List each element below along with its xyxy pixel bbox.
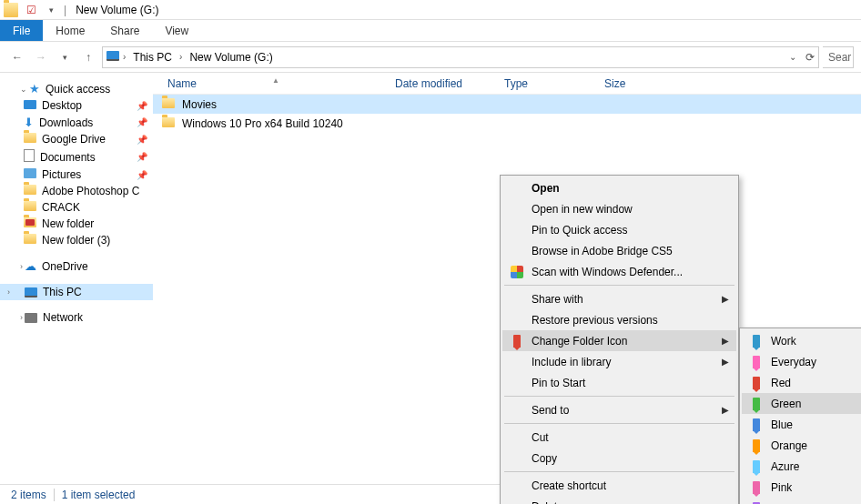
file-list-pane: Name▲ Date modified Type Size MoviesWind…	[153, 73, 861, 484]
menu-browse-bridge[interactable]: Browse in Adobe Bridge CS5	[502, 240, 736, 261]
menu-send-to[interactable]: Send to▶	[502, 399, 736, 420]
folder-icon	[162, 117, 175, 130]
up-button[interactable]: ↑	[78, 47, 98, 67]
submenu-pink[interactable]: Pink	[742, 477, 861, 498]
sidebar-this-pc[interactable]: › This PC	[0, 284, 153, 300]
submenu-violet[interactable]: Violet	[742, 498, 861, 504]
crumb-volume[interactable]: New Volume (G:)	[186, 51, 276, 64]
sidebar-item-label: Downloads	[39, 116, 93, 129]
menu-restore-versions[interactable]: Restore previous versions	[502, 309, 736, 330]
sidebar-item[interactable]: New folder	[0, 216, 153, 232]
sidebar-item[interactable]: Documents📌	[0, 147, 153, 166]
sidebar-onedrive[interactable]: › ☁ OneDrive	[0, 257, 153, 275]
menu-pin-quick-access[interactable]: Pin to Quick access	[502, 219, 736, 240]
forward-button[interactable]: →	[31, 47, 51, 67]
caret-icon[interactable]: ⌄	[20, 85, 27, 94]
context-menu: Open Open in new window Pin to Quick acc…	[500, 175, 739, 504]
recent-dropdown[interactable]: ▾	[55, 47, 75, 67]
sidebar-label: Network	[43, 311, 83, 324]
sidebar-item-label: Documents	[40, 151, 96, 164]
chevron-right-icon[interactable]: ›	[7, 287, 10, 297]
title-bar: ☑ ▾ | New Volume (G:)	[0, 0, 861, 20]
file-row[interactable]: Movies	[153, 95, 861, 114]
folder-red-icon	[24, 217, 36, 230]
menu-scan-defender[interactable]: Scan with Windows Defender...	[502, 261, 736, 282]
properties-icon[interactable]: ☑	[24, 3, 38, 17]
folder-icon	[162, 98, 175, 111]
sidebar-quick-access[interactable]: ⌄ ★ Quick access	[0, 80, 153, 97]
chevron-down-icon[interactable]: ▾	[44, 3, 58, 17]
submenu-everyday[interactable]: Everyday▶	[742, 351, 861, 372]
sidebar-item[interactable]: Pictures📌	[0, 166, 153, 183]
window-title: New Volume (G:)	[76, 4, 158, 16]
bookmark-icon	[749, 377, 764, 389]
menu-delete[interactable]: Delete	[502, 496, 736, 504]
menu-open[interactable]: Open	[502, 177, 736, 198]
chevron-right-icon[interactable]: ›	[20, 262, 23, 271]
menu-pin-start[interactable]: Pin to Start	[502, 372, 736, 393]
tab-view[interactable]: View	[152, 20, 201, 41]
menu-share-with[interactable]: Share with▶	[502, 288, 736, 309]
sidebar-network[interactable]: › Network	[0, 309, 153, 326]
menu-create-shortcut[interactable]: Create shortcut	[502, 475, 736, 496]
back-button[interactable]: ←	[7, 47, 27, 67]
column-size[interactable]: Size	[599, 77, 663, 90]
crumb-this-pc[interactable]: This PC	[129, 51, 176, 64]
ribbon-tabs: File Home Share View	[0, 20, 861, 42]
folder-icon	[24, 234, 36, 247]
menu-open-new-window[interactable]: Open in new window	[502, 198, 736, 219]
submenu-azure[interactable]: Azure	[742, 456, 861, 477]
context-submenu-colors: Work▶ Everyday▶ Red Green Blue Orange Az…	[739, 328, 861, 504]
sidebar-item-label: CRACK	[42, 201, 80, 214]
menu-cut[interactable]: Cut	[502, 427, 736, 448]
quick-access-toolbar: ☑ ▾	[4, 3, 58, 17]
column-date[interactable]: Date modified	[390, 77, 499, 90]
refresh-button[interactable]: ⟳	[805, 51, 815, 64]
menu-include-library[interactable]: Include in library▶	[502, 351, 736, 372]
chevron-right-icon[interactable]: ›	[179, 52, 182, 62]
submenu-green[interactable]: Green	[742, 393, 861, 414]
file-name: Movies	[182, 98, 217, 111]
sidebar-item[interactable]: Google Drive📌	[0, 131, 153, 147]
sidebar-item[interactable]: CRACK	[0, 199, 153, 216]
submenu-blue[interactable]: Blue	[742, 414, 861, 435]
chevron-down-icon[interactable]: ⌄	[789, 52, 796, 62]
submenu-orange[interactable]: Orange	[742, 435, 861, 456]
file-row[interactable]: Windows 10 Pro x64 Build 10240	[153, 114, 861, 133]
menu-separator	[504, 285, 734, 286]
address-bar[interactable]: › This PC › New Volume (G:) ⌄ ⟳	[102, 46, 819, 68]
folder-icon	[4, 3, 18, 17]
chevron-right-icon: ▶	[722, 357, 729, 367]
sidebar-item[interactable]: ⬇Downloads📌	[0, 114, 153, 131]
tab-home[interactable]: Home	[43, 20, 97, 41]
bookmark-icon	[749, 418, 764, 431]
sidebar-item[interactable]: Adobe Photoshop C	[0, 183, 153, 199]
submenu-red[interactable]: Red	[742, 372, 861, 393]
column-type[interactable]: Type	[499, 77, 599, 90]
sidebar-label: This PC	[43, 286, 82, 298]
tab-share[interactable]: Share	[97, 20, 152, 41]
menu-change-folder-icon[interactable]: Change Folder Icon▶	[502, 330, 736, 351]
search-input[interactable]: Sear	[823, 46, 854, 68]
sidebar-item[interactable]: Desktop📌	[0, 97, 153, 114]
submenu-work[interactable]: Work▶	[742, 330, 861, 351]
sidebar-item[interactable]: New folder (3)	[0, 232, 153, 248]
main-area: ⌄ ★ Quick access Desktop📌⬇Downloads📌Goog…	[0, 73, 861, 484]
column-headers: Name▲ Date modified Type Size	[153, 73, 861, 95]
menu-separator	[504, 396, 734, 397]
sidebar-item-label: Pictures	[42, 168, 81, 181]
folder-icon	[24, 185, 36, 197]
pin-icon: 📌	[137, 101, 147, 111]
bookmark-icon	[749, 481, 764, 494]
chevron-right-icon: ▶	[722, 336, 729, 346]
status-selected-count: 1 item selected	[62, 489, 136, 501]
chevron-right-icon[interactable]: ›	[20, 313, 23, 322]
separator	[54, 489, 55, 501]
chevron-right-icon: ▶	[722, 294, 729, 304]
column-name[interactable]: Name▲	[162, 77, 390, 90]
chevron-right-icon[interactable]: ›	[123, 52, 126, 62]
tab-file[interactable]: File	[0, 20, 43, 41]
pin-icon: 📌	[137, 117, 147, 127]
network-icon	[25, 313, 37, 323]
menu-copy[interactable]: Copy	[502, 448, 736, 469]
